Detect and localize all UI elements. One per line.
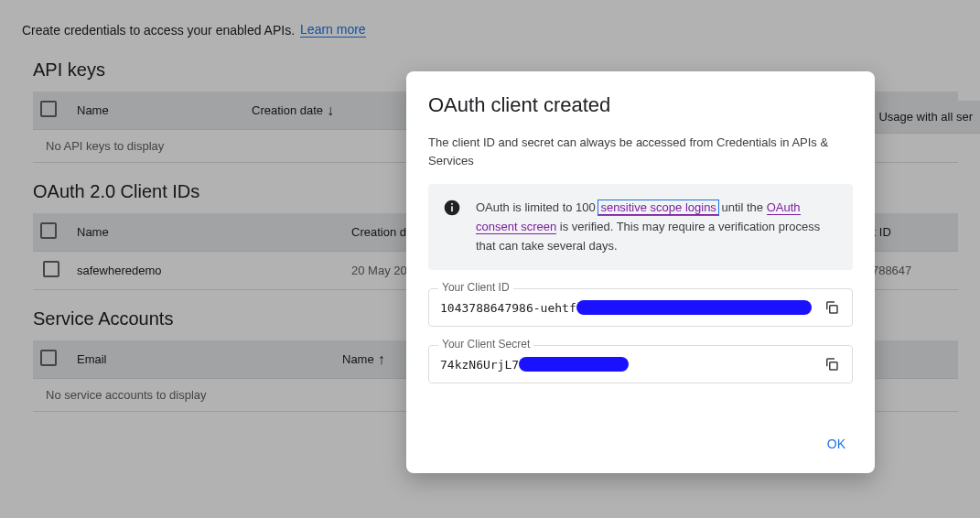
svg-rect-3 [830, 306, 837, 313]
client-id-value[interactable]: 1043788647986-uehtf [440, 300, 812, 315]
dialog-title: OAuth client created [428, 93, 853, 117]
client-secret-value[interactable]: 74kzN6UrjL7 [440, 357, 812, 372]
client-id-label: Your Client ID [438, 281, 513, 294]
dialog-description: The client ID and secret can always be a… [428, 134, 853, 169]
copy-client-secret-button[interactable] [819, 351, 845, 377]
svg-rect-1 [451, 206, 453, 211]
dialog-actions: OK [428, 429, 853, 459]
copy-client-id-button[interactable] [819, 295, 845, 320]
client-id-visible: 1043788647986-uehtf [440, 301, 576, 315]
notice-text: OAuth is limited to 100 sensitive scope … [476, 199, 838, 255]
client-secret-label: Your Client Secret [438, 338, 533, 351]
client-secret-visible: 74kzN6UrjL7 [440, 358, 519, 372]
client-secret-field: Your Client Secret 74kzN6UrjL7 [428, 345, 853, 383]
client-id-field: Your Client ID 1043788647986-uehtf [428, 288, 853, 327]
notice-pre: OAuth is limited to 100 [476, 200, 598, 214]
sensitive-scope-logins-link[interactable]: sensitive scope logins [598, 200, 717, 215]
redacted-block [576, 300, 812, 315]
copy-icon [824, 356, 840, 372]
copy-icon [824, 299, 840, 316]
oauth-client-created-dialog: OAuth client created The client ID and s… [406, 71, 875, 473]
svg-rect-2 [451, 203, 453, 205]
verification-notice: OAuth is limited to 100 sensitive scope … [428, 184, 853, 270]
redacted-block [519, 357, 629, 372]
svg-rect-4 [830, 362, 837, 370]
info-icon [443, 199, 461, 217]
notice-mid: until the [718, 200, 767, 214]
ok-button[interactable]: OK [820, 429, 853, 459]
